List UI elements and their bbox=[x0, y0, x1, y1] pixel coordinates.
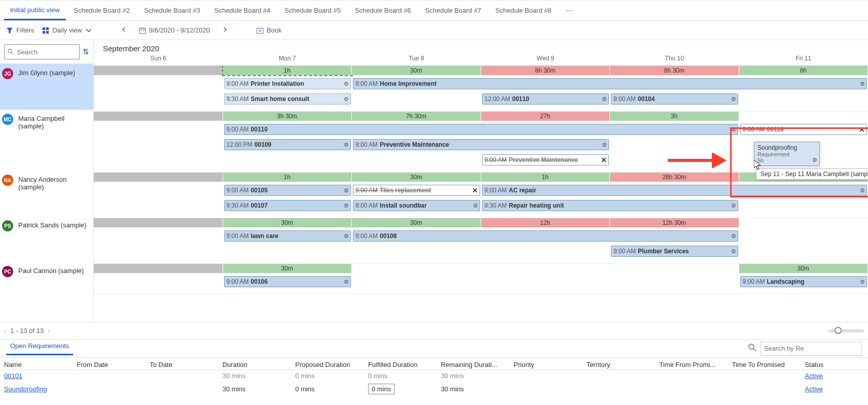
gear-icon[interactable]: ⚙ bbox=[473, 203, 478, 209]
pager-next-button[interactable]: › bbox=[48, 327, 50, 334]
booking-bar[interactable]: 9:00 AM00108⚙ bbox=[353, 230, 738, 242]
column-header[interactable]: Name bbox=[0, 358, 73, 370]
column-header[interactable]: Fulfilled Duration bbox=[364, 358, 437, 370]
booking-bar[interactable]: 12:00 PM00109⚙ bbox=[224, 139, 351, 150]
utilization-cell bbox=[94, 264, 223, 273]
board-tab[interactable]: Schedule Board #3 bbox=[138, 1, 206, 20]
column-header[interactable]: Priority bbox=[510, 358, 583, 370]
gear-icon[interactable]: ⚙ bbox=[344, 81, 349, 87]
gear-icon[interactable]: ⚙ bbox=[731, 248, 736, 255]
column-header[interactable]: Territory bbox=[583, 358, 656, 370]
board-tab[interactable]: Schedule Board #8 bbox=[489, 1, 558, 20]
booking-title: Printer Installation bbox=[251, 80, 304, 87]
column-header[interactable]: To Date bbox=[146, 358, 219, 370]
next-week-button[interactable] bbox=[218, 24, 232, 36]
gear-icon[interactable]: ⚙ bbox=[731, 126, 736, 133]
booking-bar[interactable]: 9:00 AMLandscaping⚙ bbox=[740, 276, 867, 287]
resource-row[interactable]: PCPaul Cannon (sample) bbox=[0, 262, 93, 292]
gear-icon[interactable]: ⚙ bbox=[344, 233, 349, 240]
resource-row[interactable]: PSPatrick Sands (sample) bbox=[0, 216, 93, 262]
gear-icon[interactable]: ⚙ bbox=[344, 279, 349, 285]
table-row[interactable]: 0010130 mins0 mins0 mins30 minsActive bbox=[0, 370, 868, 382]
booking-bar[interactable]: 9:00 AMAC repair⚙ bbox=[482, 185, 867, 196]
booking-bar[interactable]: 9:30 AMSmart home consult⚙ bbox=[224, 93, 351, 105]
booking-bar[interactable]: 9:00 AM00105⚙ bbox=[224, 185, 351, 196]
booking-bar[interactable]: 12:00 AM00110⚙ bbox=[482, 93, 609, 105]
close-icon[interactable]: ✕ bbox=[472, 186, 478, 194]
gear-icon[interactable]: ⚙ bbox=[602, 96, 607, 103]
open-requirements-tab[interactable]: Open Requirements bbox=[6, 342, 73, 355]
booking-bar[interactable]: 9:00 AMlawn care⚙ bbox=[224, 230, 351, 242]
column-header[interactable]: Remaining Durati... bbox=[437, 358, 510, 370]
booking-time: 9:00 AM bbox=[613, 248, 636, 255]
gear-icon[interactable]: ⚙ bbox=[731, 203, 736, 209]
gear-icon[interactable]: ⚙ bbox=[860, 81, 865, 87]
gear-icon[interactable]: ⚙ bbox=[860, 279, 865, 285]
pager-prev-button[interactable]: ‹ bbox=[4, 327, 6, 334]
close-icon[interactable]: ✕ bbox=[859, 125, 865, 133]
table-row[interactable]: Soundproofing30 mins0 mins0 mins30 minsA… bbox=[0, 382, 868, 396]
date-range-picker[interactable]: 9/6/2020 - 9/12/2020 bbox=[139, 26, 210, 34]
resource-search-box[interactable] bbox=[4, 44, 80, 59]
booking-title: Home Improvement bbox=[380, 80, 437, 87]
gear-icon[interactable]: ⚙ bbox=[344, 203, 349, 209]
booking-bar[interactable]: 9:00 AM00110⚙ bbox=[224, 124, 738, 135]
resource-row[interactable]: NANancy Anderson (sample) bbox=[0, 171, 93, 216]
gear-icon[interactable]: ⚙ bbox=[344, 187, 349, 194]
more-tabs-button[interactable]: ⋯ bbox=[560, 7, 578, 14]
utilization-cell: 8h 30m bbox=[610, 66, 739, 75]
status-link[interactable]: Active bbox=[805, 372, 822, 380]
gear-icon[interactable]: ⚙ bbox=[731, 96, 736, 103]
resource-search-input[interactable] bbox=[17, 48, 76, 56]
requirement-link[interactable]: Soundproofing bbox=[4, 385, 47, 393]
status-link[interactable]: Active bbox=[805, 385, 822, 393]
board-tab[interactable]: Schedule Board #4 bbox=[208, 1, 277, 20]
booking-bar[interactable]: 9:00 AMPreventive Maintenance⚙ bbox=[353, 139, 609, 150]
booking-bar[interactable]: 9:00 AM00106⚙ bbox=[224, 276, 351, 287]
prev-week-button[interactable] bbox=[117, 24, 131, 36]
filters-button[interactable]: Filters bbox=[6, 26, 34, 34]
zoom-knob[interactable] bbox=[835, 327, 842, 334]
booking-bar[interactable]: 9:00 AMPreventive Maintenance✕ bbox=[482, 154, 609, 165]
booking-title: 00106 bbox=[251, 278, 268, 285]
gear-icon[interactable]: ⚙ bbox=[344, 142, 349, 148]
requirements-search-button[interactable] bbox=[748, 344, 756, 353]
drag-preview-card[interactable]: Soundproofing Requirement 5h ⚙ bbox=[754, 142, 820, 166]
book-button[interactable]: Book bbox=[257, 26, 282, 34]
booking-bar[interactable]: 9:00 AMPrinter Installation⚙ bbox=[224, 78, 351, 89]
booking-bar[interactable]: 9:00 AM00104⚙ bbox=[611, 93, 738, 105]
column-header[interactable]: Proposed Duration bbox=[291, 358, 364, 370]
booking-bar[interactable]: 9:00 AMHome Improvement⚙ bbox=[353, 78, 867, 89]
column-header[interactable]: Time From Promi... bbox=[655, 358, 728, 370]
booking-bar[interactable]: 9:00 AM00110✕ bbox=[740, 124, 867, 135]
board-tab[interactable]: Schedule Board #7 bbox=[419, 1, 488, 20]
column-header[interactable]: From Date bbox=[73, 358, 146, 370]
close-icon[interactable]: ✕ bbox=[601, 156, 607, 164]
column-header[interactable]: Time To Promised bbox=[728, 358, 801, 370]
board-tab[interactable]: Initial public view bbox=[4, 1, 66, 20]
zoom-slider[interactable] bbox=[828, 329, 864, 332]
resource-row[interactable]: JGJim Glynn (sample) bbox=[0, 64, 93, 110]
gear-icon[interactable]: ⚙ bbox=[344, 96, 349, 103]
day-header-cell: Tue 8 bbox=[352, 55, 481, 65]
board-tab[interactable]: Schedule Board #6 bbox=[349, 1, 417, 20]
column-header[interactable]: Duration bbox=[219, 358, 292, 370]
booking-bar[interactable]: 9:30 AMRepair heating unit⚙ bbox=[482, 200, 738, 211]
sort-toggle-button[interactable]: ⇅ bbox=[83, 47, 89, 56]
view-mode-dropdown[interactable]: Daily view bbox=[42, 26, 92, 34]
column-header[interactable]: Status bbox=[801, 358, 868, 370]
gear-icon[interactable]: ⚙ bbox=[731, 233, 736, 240]
booking-bar[interactable]: 9:00 AMTiles replacement✕ bbox=[353, 185, 480, 196]
requirement-link[interactable]: 00101 bbox=[4, 372, 22, 380]
gear-icon[interactable]: ⚙ bbox=[860, 187, 865, 194]
booking-bar[interactable]: 9:00 AMInstall soundbar⚙ bbox=[353, 200, 480, 211]
booking-bar[interactable]: 9:00 AMPlumber Services⚙ bbox=[611, 246, 738, 257]
booking-title: AC repair bbox=[509, 187, 536, 194]
requirements-search-input[interactable] bbox=[761, 342, 862, 356]
resource-row[interactable]: MCMaria Campbell (sample) bbox=[0, 110, 93, 171]
board-tab[interactable]: Schedule Board #2 bbox=[68, 1, 136, 20]
utilization-cell: 1h bbox=[223, 66, 352, 75]
booking-bar[interactable]: 9:30 AM00107⚙ bbox=[224, 200, 351, 211]
board-tab[interactable]: Schedule Board #5 bbox=[278, 1, 347, 20]
gear-icon[interactable]: ⚙ bbox=[602, 142, 607, 148]
